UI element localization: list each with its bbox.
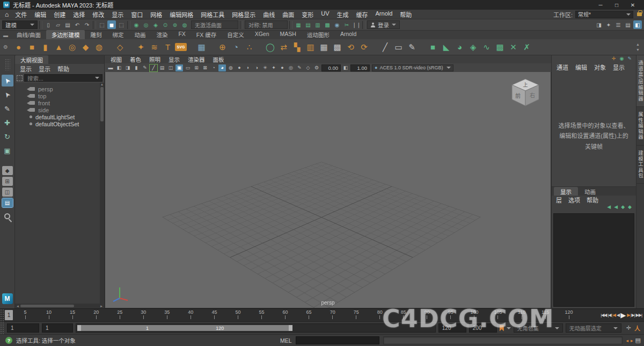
shelf-tool-icon[interactable]: ▥ [304,41,317,53]
scroll-thumb[interactable] [20,305,74,307]
mel-input[interactable] [296,336,379,344]
shelf-tab[interactable]: 渲染 [151,30,173,39]
search-icon[interactable] [4,213,10,219]
menu-item[interactable]: UV [317,10,333,19]
timeline-tick[interactable]: 35 [155,309,179,321]
viewport-canvas[interactable]: 上 前 右 persp [105,72,551,308]
menu-item[interactable]: 编辑网格 [166,10,197,19]
viewport-tool-icon[interactable]: ⊠ [201,64,209,71]
playback-button[interactable]: ▶▶| [636,313,642,318]
shelf-tool-icon[interactable]: ◇ [114,41,126,53]
timeline-tick[interactable]: 90 [415,309,439,321]
help-icon[interactable]: ? [5,337,12,344]
shelf-tool-icon[interactable]: T [162,41,174,53]
shelf-tab[interactable]: 自定义 [222,30,250,39]
timeline-tick[interactable]: 15 [61,309,84,321]
viewport-tool-icon[interactable]: ▤ [158,64,166,71]
gear-icon[interactable]: ⚙ [3,44,8,50]
playback-button[interactable]: ▶| [631,313,634,318]
corner-icon[interactable]: ✛ [612,56,616,62]
selection-mode-icon[interactable]: ⬚ [98,20,106,29]
exposure-field[interactable]: 0.00 [321,64,341,71]
exposure-icon[interactable]: ⚙ [313,64,320,71]
timeline-tick[interactable]: 50 [226,309,250,321]
arrow-up-icon[interactable]: ▲ [636,42,640,46]
timeline-tick[interactable]: 60 [274,309,297,321]
render-icon[interactable]: ▤ [304,20,312,29]
search-input[interactable]: 搜索... [24,74,103,82]
playback-button[interactable]: ▶ [620,311,626,319]
menu-item[interactable]: 生成 [333,10,353,19]
shelf-tool-icon[interactable]: ⟲ [345,41,357,53]
arrow-down-icon[interactable]: ▼ [636,48,640,52]
layer-editor-menu-item[interactable]: 帮助 [587,196,598,204]
snap-icon[interactable]: ◍ [180,20,189,29]
outliner-vscrollbar[interactable]: ▲ [100,83,104,304]
viewport-tool-icon[interactable]: ⊞ [193,64,200,71]
layout-button[interactable]: ⊞ [2,177,13,186]
viewport-tool-icon[interactable]: ✳ [261,64,269,71]
shelf-tool-icon[interactable]: ▲ [53,41,65,53]
timeline-tick[interactable]: 45 [202,309,226,321]
timeline-tick[interactable]: 120 [557,309,581,321]
channel-box-menu-item[interactable]: 通道 [557,63,568,71]
shelf-tool-icon[interactable]: ✕ [507,41,519,53]
lock-icon[interactable] [637,12,642,16]
shelf-tool-icon[interactable]: ≋ [148,41,160,53]
shelf-tool-icon[interactable]: ✎ [406,41,418,53]
menu-item[interactable]: 文件 [11,10,31,19]
sidebar-vertical-tab[interactable]: 建模工具包 [636,146,644,184]
viewport-tool-icon[interactable]: ▬ [107,64,114,71]
shelf-tool-icon[interactable]: ◣ [440,41,452,53]
timeline-tick[interactable]: 55 [250,309,273,321]
timeline-tick[interactable]: 65 [297,309,321,321]
shelf-tab[interactable]: 多边形建模 [46,30,85,39]
snap-icon[interactable]: ◈ [151,20,160,29]
tool-icon[interactable]: ↻ [2,131,13,142]
timeline-tick[interactable]: 25 [108,309,131,321]
timeline-tick[interactable]: 5 [13,309,37,321]
list-item[interactable]: persp [15,85,104,92]
sign-in-dropdown[interactable]: 登录 [367,20,400,29]
tool-icon[interactable]: ➤ [2,89,13,100]
outliner-menu-item[interactable]: 帮助 [57,64,69,73]
anim-option-icon[interactable]: 人 [634,324,640,333]
shelf-tab[interactable]: 曲线/曲面 [11,30,46,39]
panel-toggle-icon[interactable]: ◨ [595,20,603,29]
panel-toggle-icon[interactable]: ✦ [604,20,613,29]
list-item[interactable]: front [15,99,104,106]
playback-button[interactable]: ▶| [627,313,630,318]
menu-item[interactable]: 修改 [89,10,108,19]
viewport-tool-icon[interactable]: ● [279,64,286,71]
shelf-tool-icon[interactable]: ⇄ [277,41,290,53]
timeline-tick[interactable]: 40 [179,309,202,321]
shelf-tool-icon[interactable]: ∿ [480,41,493,53]
menu-item[interactable]: 曲面 [279,10,298,19]
shelf-tool-icon[interactable]: ■ [427,41,439,53]
menu-item[interactable]: 变形 [298,10,317,19]
timeline-tick[interactable]: 80 [368,309,392,321]
timeline-tick[interactable]: 10 [37,309,61,321]
shelf-tool-icon[interactable]: ⊕ [216,41,229,53]
viewport-menu-item[interactable]: 渲染器 [188,55,205,63]
shelf-tool-icon[interactable]: SVG [175,43,187,51]
shelf-tool-icon[interactable]: ◯ [264,41,276,53]
timeline-tick[interactable]: 105 [486,309,510,321]
viewport-menu-item[interactable]: 照明 [149,55,160,63]
close-button[interactable]: ✕ [625,2,641,8]
shelf-tool-icon[interactable]: ∴ [243,41,255,53]
layer-editor-tab[interactable]: 动画 [578,187,602,196]
shelf-tool-icon[interactable]: ◆ [79,41,92,53]
channel-box-menu-item[interactable]: 对象 [594,63,606,71]
viewport-tool-icon[interactable]: ◧ [115,64,123,71]
sidebar-vertical-tab[interactable]: 通道盒/层编辑器 [636,55,644,107]
colorspace-dropdown[interactable]: ●ACES 1.0 SDR-video (sRGB) [372,64,453,71]
gamma-field[interactable]: 1.00 [350,64,370,71]
outliner-tab[interactable]: 大纲视图 [15,55,48,64]
viewport-menu-item[interactable]: 面板 [213,55,224,63]
shelf-tool-icon[interactable]: ╱ [379,41,391,53]
shelf-tab[interactable]: Arnold [335,30,362,39]
menu-item[interactable]: 编辑 [31,10,50,19]
menu-item[interactable]: 选择 [69,10,89,19]
shelf-tab[interactable]: MASH [275,30,302,39]
